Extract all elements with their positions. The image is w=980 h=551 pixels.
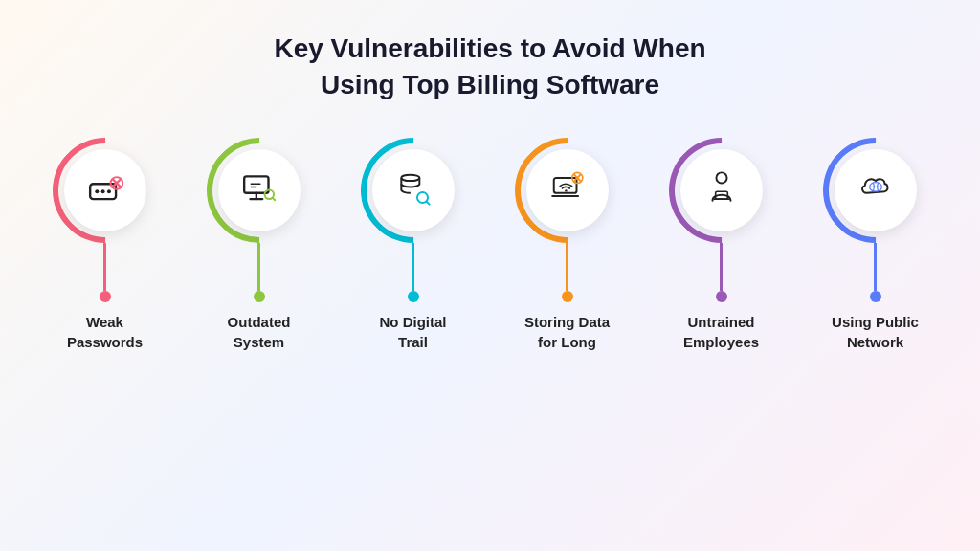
person-icon <box>703 170 740 210</box>
card-weak-passwords: Weak Passwords <box>35 138 174 352</box>
inner-circle-weak-passwords <box>64 149 146 231</box>
laptop-error-icon <box>549 170 586 210</box>
circle-using-public-network <box>823 138 928 243</box>
dot-using-public-network <box>870 291 881 302</box>
cloud-globe-icon <box>858 170 894 210</box>
inner-circle-untrained-employees <box>680 149 763 231</box>
connector-storing-data <box>562 243 573 302</box>
line-outdated-system <box>257 243 260 291</box>
connector-no-digital-trail <box>408 243 419 302</box>
dot-outdated-system <box>254 291 265 302</box>
password-icon <box>87 170 123 210</box>
label-no-digital-trail: No Digital Trail <box>380 312 447 352</box>
line-storing-data <box>566 243 568 291</box>
circle-no-digital-trail <box>361 138 466 243</box>
svg-point-3 <box>106 189 110 193</box>
line-untrained-employees <box>720 243 723 291</box>
label-storing-data: Storing Data for Long <box>524 312 610 352</box>
inner-circle-storing-data <box>526 149 609 231</box>
card-untrained-employees: Untrained Employees <box>652 138 791 352</box>
inner-circle-outdated-system <box>218 149 301 231</box>
dot-storing-data <box>562 291 573 302</box>
card-storing-data: Storing Data for Long <box>498 138 636 352</box>
circle-untrained-employees <box>669 138 774 243</box>
cards-container: Weak Passwords <box>16 138 964 352</box>
connector-using-public-network <box>870 243 881 302</box>
connector-weak-passwords <box>100 243 111 302</box>
label-weak-passwords: Weak Passwords <box>67 312 143 352</box>
svg-point-1 <box>95 189 99 193</box>
page-title: Key Vulnerabilities to Avoid When Using … <box>274 31 705 103</box>
svg-line-16 <box>426 201 429 204</box>
card-using-public-network: Using Public Network <box>806 138 945 352</box>
label-using-public-network: Using Public Network <box>832 312 919 352</box>
connector-outdated-system <box>254 243 265 302</box>
dot-no-digital-trail <box>408 291 419 302</box>
inner-circle-using-public-network <box>835 149 917 231</box>
label-untrained-employees: Untrained Employees <box>683 312 759 352</box>
circle-weak-passwords <box>53 138 158 243</box>
svg-point-2 <box>100 189 104 193</box>
svg-line-11 <box>272 197 275 200</box>
line-no-digital-trail <box>412 243 414 291</box>
svg-point-23 <box>716 172 726 183</box>
dot-untrained-employees <box>716 291 727 302</box>
line-weak-passwords <box>103 243 106 291</box>
label-outdated-system: Outdated System <box>228 312 291 352</box>
connector-untrained-employees <box>716 243 727 302</box>
circle-outdated-system <box>207 138 312 243</box>
svg-point-14 <box>401 174 419 180</box>
inner-circle-no-digital-trail <box>372 149 455 231</box>
database-search-icon <box>395 170 432 210</box>
computer-search-icon <box>241 170 278 210</box>
circle-storing-data <box>515 138 620 243</box>
line-using-public-network <box>874 243 877 291</box>
svg-point-19 <box>565 189 567 191</box>
card-outdated-system: Outdated System <box>189 138 328 352</box>
dot-weak-passwords <box>100 291 111 302</box>
card-no-digital-trail: No Digital Trail <box>344 138 482 352</box>
